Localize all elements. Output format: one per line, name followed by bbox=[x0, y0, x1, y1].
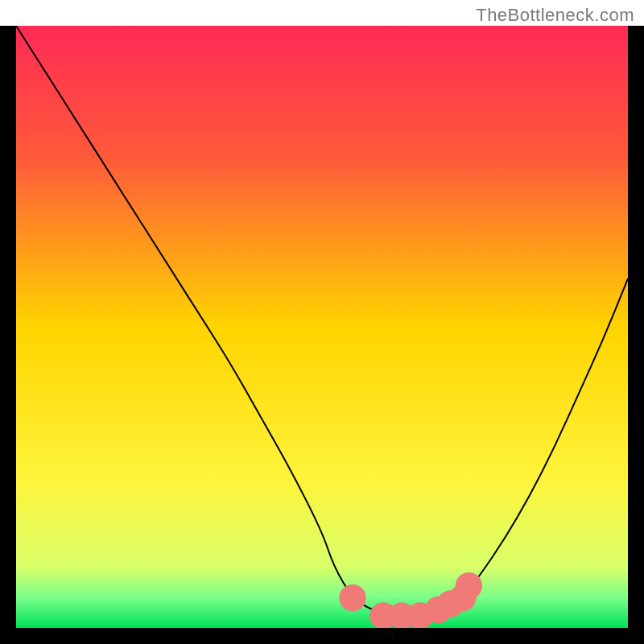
optimum-marker bbox=[339, 584, 365, 611]
gradient-background bbox=[16, 26, 628, 628]
bottleneck-chart bbox=[16, 26, 628, 628]
optimum-marker bbox=[456, 572, 482, 599]
chart-frame bbox=[0, 26, 644, 644]
chart-plot-area bbox=[16, 26, 628, 628]
attribution-text: TheBottleneck.com bbox=[476, 5, 634, 26]
